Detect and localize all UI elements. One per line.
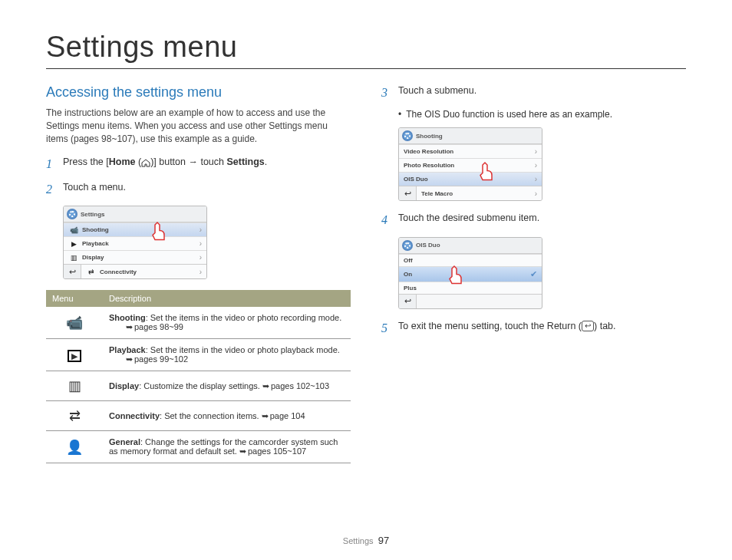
play-icon: ▶ <box>68 240 79 248</box>
chevron-right-icon: › <box>535 147 537 156</box>
step-number: 1 <box>46 156 57 173</box>
step-5: 5 To exit the menu setting, touch the Re… <box>381 320 686 337</box>
return-icon: ↩ <box>582 321 594 331</box>
option-plus[interactable]: Plus <box>399 282 542 294</box>
chevron-right-icon: › <box>199 239 202 248</box>
return-button[interactable]: ↩ <box>64 265 81 278</box>
connectivity-icon: ⇄ <box>86 268 97 275</box>
step-3-substep: •The OIS Duo function is used here as an… <box>398 109 686 120</box>
intro-text: The instructions below are an example of… <box>46 107 351 145</box>
table-row: ▶ Playback: Set the items in the video o… <box>46 339 351 371</box>
return-button[interactable]: ↩ <box>399 295 417 308</box>
chevron-right-icon: › <box>199 268 202 276</box>
step-number: 4 <box>381 212 392 229</box>
step-4: 4 Touch the desired submenu item. <box>381 212 686 229</box>
panel-title: OIS Duo <box>416 242 440 249</box>
section-heading: Accessing the settings menu <box>46 84 351 100</box>
panel-title: Settings <box>81 211 105 218</box>
page-title: Settings menu <box>46 31 686 69</box>
home-icon <box>141 159 150 167</box>
menu-photo-resolution[interactable]: Photo Resolution › <box>399 158 542 172</box>
chevron-right-icon: › <box>199 226 202 234</box>
option-on[interactable]: On ✔ <box>399 266 542 282</box>
page-number: 97 <box>378 535 389 546</box>
panel-title: Shooting <box>416 133 443 140</box>
chevron-right-icon: › <box>535 189 537 198</box>
chevron-right-icon: › <box>535 161 537 170</box>
menu-ois-duo[interactable]: OIS Duo › <box>399 172 542 186</box>
step-3: 3 Touch a submenu. <box>381 84 686 101</box>
table-row: 👤 General: Change the settings for the c… <box>46 431 351 463</box>
menu-display[interactable]: ▥ Display › <box>64 250 206 264</box>
chevron-right-icon: › <box>535 175 537 183</box>
table-header-description: Description <box>103 290 351 307</box>
menu-description-table: Menu Description 📹 Shooting: Set the ite… <box>46 290 351 463</box>
gear-icon <box>402 240 413 251</box>
play-icon: ▶ <box>46 339 103 371</box>
step-number: 5 <box>381 320 392 337</box>
option-off[interactable]: Off <box>399 254 542 266</box>
menu-tele-macro[interactable]: Tele Macro › <box>417 186 542 200</box>
menu-video-resolution[interactable]: Video Resolution › <box>399 144 542 158</box>
gear-icon <box>67 209 77 219</box>
person-icon: 👤 <box>46 431 103 463</box>
chevron-right-icon: › <box>199 253 202 262</box>
menu-playback[interactable]: ▶ Playback › <box>64 236 206 250</box>
shooting-panel: Shooting Video Resolution › Photo Resolu… <box>398 127 542 201</box>
check-icon: ✔ <box>530 269 537 279</box>
display-icon: ▥ <box>68 254 79 262</box>
table-row: 📹 Shooting: Set the items in the video o… <box>46 307 351 339</box>
step-number: 3 <box>381 84 392 101</box>
page-footer: Settings 97 <box>0 535 732 546</box>
camcorder-icon: 📹 <box>46 307 103 339</box>
return-button[interactable]: ↩ <box>399 186 417 200</box>
right-column: 3 Touch a submenu. •The OIS Duo function… <box>381 84 686 463</box>
table-header-menu: Menu <box>46 290 103 307</box>
step-1: 1 Press the [Home ()] button → touch Set… <box>46 156 351 173</box>
connectivity-icon: ⇄ <box>46 401 103 431</box>
table-row: ▥ Display: Customize the display setting… <box>46 371 351 401</box>
table-row: ⇄ Connectivity: Set the connection items… <box>46 401 351 431</box>
camcorder-icon: 📹 <box>68 226 79 234</box>
step-number: 2 <box>46 181 57 198</box>
left-column: Accessing the settings menu The instruct… <box>46 84 351 463</box>
ois-duo-panel: OIS Duo Off On ✔ Plus ↩ <box>398 237 542 309</box>
gear-icon <box>402 130 413 141</box>
display-icon: ▥ <box>46 371 103 401</box>
settings-panel: Settings 📹 Shooting › ▶ Playback › ▥ Dis… <box>63 206 207 279</box>
step-2: 2 Touch a menu. <box>46 181 351 198</box>
menu-shooting[interactable]: 📹 Shooting › <box>64 222 206 236</box>
menu-connectivity[interactable]: ⇄ Connectivity › <box>81 265 206 278</box>
